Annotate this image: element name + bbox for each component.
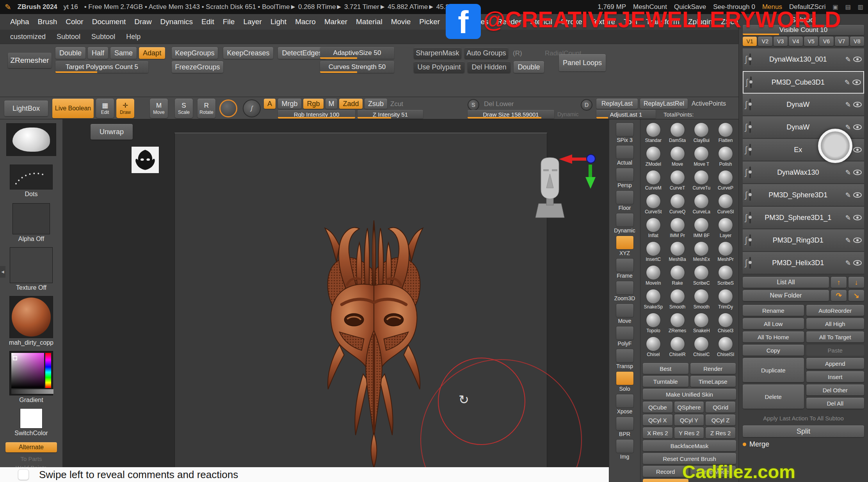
lightbox-button[interactable]: LightBox <box>4 101 48 116</box>
subtool-mini-slider[interactable] <box>749 234 751 246</box>
brush-preview-tile[interactable] <box>6 123 56 156</box>
visibility-eye-icon[interactable] <box>852 80 861 85</box>
tool-quick-button[interactable]: Make Unified Skin <box>643 389 736 400</box>
polypaint-icon[interactable]: ✎ <box>845 214 851 222</box>
right-shelf-button[interactable]: SPix 3 <box>616 122 634 143</box>
subtool-mini-slider[interactable] <box>749 144 751 156</box>
right-shelf-button[interactable]: Frame <box>616 258 634 279</box>
right-shelf-button[interactable]: Persp <box>616 168 634 188</box>
menu-item[interactable]: customized <box>10 33 46 41</box>
menu-item[interactable]: Color <box>66 18 83 26</box>
subtool-mini-slider[interactable] <box>749 189 751 201</box>
brush-item[interactable]: TrimDy <box>713 289 738 313</box>
tool-quick-button[interactable]: Export <box>643 479 688 482</box>
tool-quick-button[interactable]: TimeLapse <box>690 376 736 387</box>
folder-curve-button[interactable]: ↷ <box>831 290 847 301</box>
right-shelf-button[interactable]: Zoom3D <box>614 281 635 301</box>
tool-quick-button[interactable]: QCyl X <box>643 415 672 425</box>
brush-item[interactable]: CurveQ <box>665 194 690 218</box>
visibility-eye-icon[interactable] <box>853 57 862 62</box>
right-shelf-button[interactable]: BPR <box>616 416 634 437</box>
menu-item[interactable]: Layer <box>243 18 262 26</box>
material-tile[interactable] <box>9 296 53 338</box>
subtool-action-button[interactable]: Delete <box>743 385 804 409</box>
version-button[interactable]: V3 <box>774 37 788 46</box>
activepoints-label[interactable]: ActivePoints <box>692 100 726 107</box>
zremesher-mode-button[interactable]: Half <box>88 47 108 59</box>
new-folder-button[interactable]: New Folder <box>743 290 829 301</box>
visibility-eye-icon[interactable] <box>853 215 862 220</box>
camview-head-preview[interactable] <box>532 152 567 218</box>
menu-item[interactable]: Draw <box>134 18 151 26</box>
brush-item[interactable]: IMM BF <box>690 218 714 241</box>
right-shelf-button[interactable]: Transp <box>616 349 634 369</box>
subtool-mini-slider[interactable] <box>749 99 751 110</box>
brush-item[interactable]: Move T <box>690 146 714 170</box>
right-shelf-button[interactable]: Img <box>616 439 634 460</box>
menu-item[interactable]: Alpha <box>10 18 29 26</box>
folder-into-button[interactable]: ↘ <box>848 290 864 301</box>
subtool-mini-slider[interactable] <box>749 53 751 65</box>
menu-item[interactable]: Document <box>92 18 126 26</box>
brush-item[interactable]: Chisel <box>641 337 665 360</box>
tool-quick-button[interactable]: Z Res 2 <box>706 427 735 438</box>
tool-quick-button[interactable]: Record <box>643 466 688 477</box>
subtool-item[interactable]: ʃ PM3D_Ring3D1 ✎ <box>743 229 864 252</box>
stroke-curve-icon[interactable]: ʃ <box>243 99 261 117</box>
version-button[interactable]: V6 <box>819 37 833 46</box>
merge-row[interactable]: Merge <box>743 440 864 448</box>
brush-item[interactable]: CurveSt <box>641 194 665 218</box>
subtool-action-button[interactable]: All To Target <box>806 331 864 342</box>
subtool-action-button[interactable]: Duplicate <box>743 358 804 382</box>
menu-item[interactable]: Edit <box>201 18 214 26</box>
tool-quick-button[interactable]: QCube <box>643 402 672 413</box>
replay-d-icon[interactable]: D <box>581 99 592 111</box>
tool-quick-button[interactable]: Turntable <box>643 376 688 387</box>
reaction-icon[interactable] <box>18 469 29 480</box>
subtool-item[interactable]: ʃ PM3D_Cube3D1 ✎ <box>743 71 864 94</box>
zremesher-mode-button[interactable]: Double <box>55 47 85 59</box>
polypaint-icon[interactable]: ✎ <box>845 78 850 87</box>
freezegroups-button[interactable]: FreezeGroups <box>172 61 223 73</box>
right-shelf-button[interactable]: Actual <box>616 145 634 166</box>
right-shelf-button[interactable]: Move <box>616 303 634 324</box>
rgb-button[interactable]: Rgb <box>303 99 324 109</box>
version-button[interactable]: V8 <box>850 37 864 46</box>
brush-item[interactable]: Rake <box>665 265 690 289</box>
brush-item[interactable]: Polish <box>713 146 738 170</box>
visibility-eye-icon[interactable] <box>853 260 862 266</box>
alpha-tile[interactable] <box>12 203 50 234</box>
brush-item[interactable]: Move <box>665 146 690 170</box>
visibility-eye-icon[interactable] <box>853 102 862 107</box>
replaylast-button[interactable]: ReplayLast <box>596 99 638 109</box>
menu-item[interactable]: Subtool <box>91 33 115 41</box>
rgb-intensity-slider[interactable]: Rgb Intensity 100 <box>278 110 355 119</box>
subtool-action-button[interactable]: Insert <box>806 371 864 382</box>
panel-loops-button[interactable]: Panel Loops <box>559 54 606 71</box>
zremesher-mode-button[interactable]: Same <box>110 47 137 59</box>
del-hidden-button[interactable]: Del Hidden <box>468 61 510 73</box>
subtool-item[interactable]: ʃ PM3D_Sphere3D1_1 ✎ <box>743 207 864 229</box>
brush-item[interactable]: SnakeSp <box>641 289 665 313</box>
m-button[interactable]: M <box>326 99 337 109</box>
a-button[interactable]: A <box>264 99 276 109</box>
zsub-button[interactable]: Zsub <box>365 99 387 109</box>
tool-quick-button[interactable]: QGrid <box>706 402 735 413</box>
sharpenmask-button[interactable]: SharpenMask <box>414 47 461 59</box>
unwrap-button[interactable]: Unwrap <box>91 124 133 140</box>
brush-alpha-icon[interactable] <box>219 99 237 117</box>
draw-button[interactable]: ✛Draw <box>116 99 134 118</box>
polypaint-icon[interactable]: ✎ <box>845 55 851 64</box>
right-shelf-button[interactable]: Solo <box>616 371 634 392</box>
brush-item[interactable]: Flatten <box>713 122 738 146</box>
stroke-preview-tile[interactable] <box>10 165 53 190</box>
subtool-item[interactable]: ʃ DynaWax130_001 ✎ <box>743 48 864 71</box>
target-polygons-slider[interactable]: Target Polygons Count 5 <box>55 61 148 73</box>
subtool-action-button[interactable]: All Low <box>743 318 804 329</box>
texture-tile[interactable] <box>10 247 53 283</box>
brush-item[interactable]: SnakeH <box>690 313 714 337</box>
brush-item[interactable]: MeshBa <box>665 241 690 265</box>
switchcolor-swatch[interactable] <box>20 408 43 429</box>
subtool-item[interactable]: ʃ DynaWax130 ✎ <box>743 161 864 184</box>
move-button[interactable]: MMove <box>150 99 168 118</box>
